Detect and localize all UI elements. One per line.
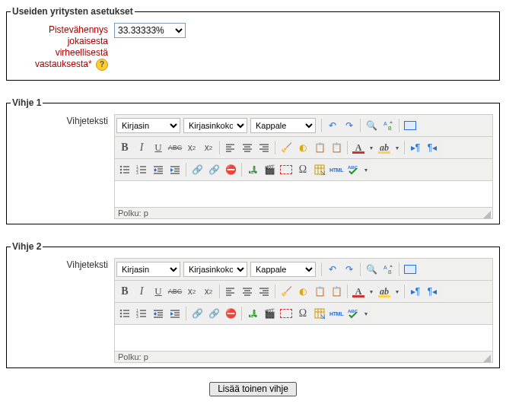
link-icon[interactable]: 🔗 bbox=[189, 161, 205, 178]
svg-point-16 bbox=[120, 172, 123, 174]
bold-icon[interactable]: B bbox=[116, 139, 133, 156]
hint2-textarea[interactable] bbox=[115, 325, 492, 352]
replace-icon[interactable]: AB bbox=[380, 117, 396, 134]
bold-icon[interactable]: B bbox=[116, 283, 133, 300]
font-size-select[interactable]: Kirjasinkoko bbox=[183, 118, 247, 133]
font-family-select[interactable]: Kirjasin bbox=[116, 262, 180, 277]
toolbar-separator bbox=[219, 285, 220, 298]
cleanup-icon[interactable]: 🧹 bbox=[278, 283, 294, 300]
indent-icon[interactable] bbox=[167, 305, 183, 322]
bullet-list-icon[interactable] bbox=[116, 161, 133, 178]
paste-text-icon[interactable]: 📋 bbox=[311, 283, 328, 300]
ltr-icon[interactable]: ▸¶ bbox=[407, 283, 424, 300]
unlink-icon[interactable]: 🔗 bbox=[205, 161, 222, 178]
highlight-color-dropdown-icon[interactable]: ▾ bbox=[393, 139, 402, 156]
strikethrough-icon[interactable]: ABC bbox=[167, 139, 183, 156]
font-size-select[interactable]: Kirjasinkoko bbox=[183, 262, 247, 277]
outdent-icon[interactable] bbox=[150, 161, 167, 178]
paste-word-icon[interactable]: 📋 bbox=[328, 283, 345, 300]
spellcheck-icon[interactable]: ABC bbox=[345, 305, 361, 322]
insert-media-icon[interactable]: 🎬 bbox=[261, 161, 278, 178]
cleanup-icon[interactable]: 🧹 bbox=[278, 139, 294, 156]
redo-icon[interactable]: ↷ bbox=[341, 261, 358, 278]
ltr-icon[interactable]: ▸¶ bbox=[407, 139, 424, 156]
paragraph-select[interactable]: Kappale bbox=[250, 262, 316, 277]
toolbar-separator bbox=[186, 163, 186, 177]
add-hint-row: Lisää toinen vihje bbox=[6, 382, 500, 396]
text-color-dropdown-icon[interactable]: ▾ bbox=[367, 139, 376, 156]
html-source-icon[interactable]: HTML bbox=[328, 305, 345, 322]
insert-nolink-icon[interactable] bbox=[278, 161, 294, 178]
insert-nolink-icon[interactable] bbox=[278, 305, 294, 322]
highlight-color-icon[interactable]: ab bbox=[376, 139, 393, 156]
indent-icon[interactable] bbox=[167, 161, 183, 178]
paste-text-icon[interactable]: 📋 bbox=[311, 139, 328, 156]
toolbar-separator bbox=[404, 285, 405, 298]
find-icon[interactable]: 🔍 bbox=[363, 261, 380, 278]
remove-format-icon[interactable]: ◐ bbox=[294, 283, 311, 300]
spellcheck-dropdown-icon[interactable]: ▾ bbox=[361, 305, 371, 322]
unlink-icon[interactable]: 🔗 bbox=[205, 305, 222, 322]
special-char-icon[interactable]: Ω bbox=[294, 161, 311, 178]
fullscreen-icon[interactable] bbox=[402, 261, 418, 278]
prevent-autolink-icon[interactable]: ⛔ bbox=[222, 305, 239, 322]
highlight-color-icon[interactable]: ab bbox=[376, 283, 393, 300]
resize-grip-icon[interactable] bbox=[483, 211, 491, 218]
hint1-label: Vihjeteksti bbox=[13, 114, 108, 127]
align-center-icon[interactable] bbox=[239, 283, 256, 300]
text-color-icon[interactable]: A bbox=[350, 283, 367, 300]
align-left-icon[interactable] bbox=[222, 139, 239, 156]
rtl-icon[interactable]: ¶◂ bbox=[424, 283, 441, 300]
align-right-icon[interactable] bbox=[256, 283, 272, 300]
prevent-autolink-icon[interactable]: ⛔ bbox=[222, 161, 239, 178]
italic-icon[interactable]: I bbox=[133, 283, 150, 300]
rtl-icon[interactable]: ¶◂ bbox=[424, 139, 441, 156]
special-char-icon[interactable]: Ω bbox=[294, 305, 311, 322]
undo-icon[interactable]: ↶ bbox=[324, 261, 341, 278]
replace-icon[interactable]: AB bbox=[380, 261, 396, 278]
find-icon[interactable]: 🔍 bbox=[363, 117, 380, 134]
bullet-list-icon[interactable] bbox=[116, 305, 133, 322]
insert-table-icon[interactable] bbox=[311, 161, 328, 178]
text-color-dropdown-icon[interactable]: ▾ bbox=[367, 283, 376, 300]
highlight-color-dropdown-icon[interactable]: ▾ bbox=[393, 283, 402, 300]
superscript-icon[interactable]: x2 bbox=[200, 283, 217, 300]
text-color-icon[interactable]: A bbox=[350, 139, 367, 156]
insert-media-icon[interactable]: 🎬 bbox=[261, 305, 278, 322]
insert-image-icon[interactable]: 🏞 bbox=[244, 161, 261, 178]
insert-image-icon[interactable]: 🏞 bbox=[244, 305, 261, 322]
insert-table-icon[interactable] bbox=[311, 305, 328, 322]
hint1-textarea[interactable] bbox=[115, 181, 492, 208]
underline-icon[interactable]: U bbox=[150, 283, 167, 300]
paste-word-icon[interactable]: 📋 bbox=[328, 139, 345, 156]
undo-icon[interactable]: ↶ bbox=[324, 117, 341, 134]
subscript-icon[interactable]: x2 bbox=[183, 139, 200, 156]
redo-icon[interactable]: ↷ bbox=[341, 117, 358, 134]
link-icon[interactable]: 🔗 bbox=[189, 305, 205, 322]
strikethrough-icon[interactable]: ABC bbox=[167, 283, 183, 300]
subscript-icon[interactable]: x2 bbox=[183, 283, 200, 300]
align-right-icon[interactable] bbox=[256, 139, 272, 156]
numbered-list-icon[interactable]: 123 bbox=[133, 305, 150, 322]
penalty-select[interactable]: 33.33333% bbox=[114, 23, 186, 38]
hint1-fieldset: Vihje 1 Vihjeteksti Kirjasin Kirjasinkok… bbox=[6, 97, 500, 224]
align-center-icon[interactable] bbox=[239, 139, 256, 156]
paragraph-select[interactable]: Kappale bbox=[250, 118, 316, 133]
underline-icon[interactable]: U bbox=[150, 139, 167, 156]
align-left-icon[interactable] bbox=[222, 283, 239, 300]
italic-icon[interactable]: I bbox=[133, 139, 150, 156]
toolbar-separator bbox=[275, 141, 275, 154]
add-hint-button[interactable]: Lisää toinen vihje bbox=[209, 382, 297, 396]
outdent-icon[interactable] bbox=[150, 305, 167, 322]
numbered-list-icon[interactable]: 123 bbox=[133, 161, 150, 178]
spellcheck-dropdown-icon[interactable]: ▾ bbox=[361, 161, 371, 178]
spellcheck-icon[interactable]: ABC bbox=[345, 161, 361, 178]
svg-text:B: B bbox=[388, 126, 392, 131]
resize-grip-icon[interactable] bbox=[483, 355, 491, 362]
superscript-icon[interactable]: x2 bbox=[200, 139, 217, 156]
font-family-select[interactable]: Kirjasin bbox=[116, 118, 180, 133]
fullscreen-icon[interactable] bbox=[402, 117, 418, 134]
remove-format-icon[interactable]: ◐ bbox=[294, 139, 311, 156]
html-source-icon[interactable]: HTML bbox=[328, 161, 345, 178]
help-icon[interactable]: ? bbox=[96, 59, 108, 71]
